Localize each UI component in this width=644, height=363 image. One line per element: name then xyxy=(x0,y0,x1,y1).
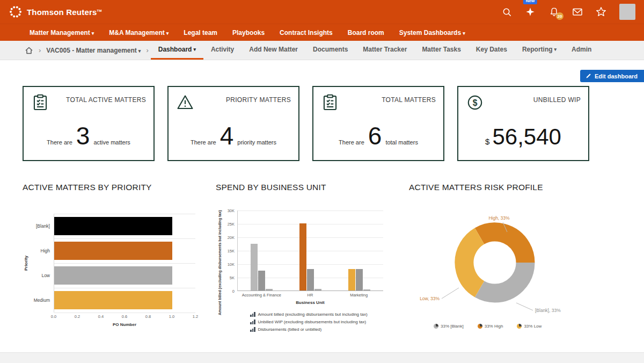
tab-matter-tasks[interactable]: Matter Tasks xyxy=(414,41,468,60)
sparkle-icon xyxy=(525,7,535,17)
gridline xyxy=(54,313,195,313)
spend-chart: Amount billed (excluding disbursements b… xyxy=(216,210,398,332)
tab-admin[interactable]: Admin xyxy=(564,41,599,60)
risk-donut-svg: High, 33%[Blank], 33%Low, 33% xyxy=(409,200,591,315)
avatar[interactable] xyxy=(619,4,635,20)
stat-prefix: There are xyxy=(47,139,72,146)
home-button[interactable] xyxy=(25,46,33,55)
gridline xyxy=(238,264,383,265)
gridline xyxy=(238,237,383,238)
gridline xyxy=(238,224,383,224)
project-selector[interactable]: VAC005 - Matter management▾ xyxy=(46,47,141,54)
search-button[interactable] xyxy=(501,6,512,17)
envelope-icon xyxy=(572,6,583,17)
card-header: $ UNBILLED WIP xyxy=(466,93,581,112)
nav-item-legal-team[interactable]: Legal team xyxy=(184,29,217,37)
stat-prefix: There are xyxy=(339,139,364,146)
bar-chart-icon xyxy=(250,320,255,324)
ai-assistant-button[interactable]: New xyxy=(525,6,536,17)
category-label-high: High xyxy=(29,238,54,263)
clipboard-check-icon xyxy=(31,93,49,112)
module-tabs: Dashboard▾ActivityAdd New MatterDocument… xyxy=(151,41,599,60)
priority-chart: Priority [Blank]HighLowMedium 0.00.20.40… xyxy=(23,214,200,327)
svg-text:$: $ xyxy=(473,98,478,107)
stat-value: 3 xyxy=(76,125,90,147)
nav-item-matter-management[interactable]: Matter Management▾ xyxy=(30,29,94,37)
priority-chart-plot xyxy=(54,214,195,313)
y-tick: 5K xyxy=(230,275,235,280)
legend-item-disbursements-billed-or-unbill[interactable]: Disbursements (billed or unbilled) xyxy=(250,327,383,332)
bar-accounting-finance-s1[interactable] xyxy=(258,271,265,291)
legend-label: 33% High xyxy=(485,324,503,329)
trademark: TM xyxy=(97,9,102,12)
tab-reporting[interactable]: Reporting▾ xyxy=(515,41,564,60)
nav-item-contract-insights[interactable]: Contract Insights xyxy=(280,29,333,37)
notifications-button[interactable]: 20 xyxy=(548,6,559,17)
bar-accounting-finance-s2[interactable] xyxy=(266,289,273,291)
bar-hr-s2[interactable] xyxy=(314,289,321,291)
tab-key-dates[interactable]: Key Dates xyxy=(469,41,515,60)
stat-value: 4 xyxy=(220,125,234,147)
clipboard-check-icon xyxy=(321,93,339,112)
tab-activity[interactable]: Activity xyxy=(203,41,241,60)
nav-item-m-a-management[interactable]: M&A Management▾ xyxy=(109,29,169,37)
spend-chart-xcats: Accounting & FinanceHRMarketing xyxy=(237,293,383,299)
favorites-button[interactable] xyxy=(596,6,606,17)
legend-item-33-low[interactable]: 33% Low xyxy=(517,324,541,329)
pencil-icon xyxy=(586,73,591,79)
y-tick: 30K xyxy=(228,208,235,213)
category-label-low: Low xyxy=(29,263,54,288)
tab-dashboard[interactable]: Dashboard▾ xyxy=(151,41,203,60)
nav-item-system-dashboards[interactable]: System Dashboards▾ xyxy=(399,29,465,37)
thomson-reuters-logo-icon xyxy=(9,5,23,19)
bar-marketing-s2[interactable] xyxy=(363,289,370,291)
bar-high[interactable] xyxy=(54,242,172,260)
tab-add-new-matter[interactable]: Add New Matter xyxy=(241,41,305,60)
bar-marketing-s0[interactable] xyxy=(348,269,355,291)
category-label-blank: [Blank] xyxy=(29,214,54,238)
app-window: Thomson ReutersTM New 20 xyxy=(0,0,644,363)
caret-down-icon: ▾ xyxy=(166,31,169,36)
bar-blank[interactable] xyxy=(54,217,172,235)
card-title: UNBILLED WIP xyxy=(533,96,581,104)
legend-item-33-blank[interactable]: 33% [Blank] xyxy=(434,324,464,329)
edit-dashboard-button[interactable]: Edit dashboard xyxy=(580,70,644,82)
bar-accounting-finance-s0[interactable] xyxy=(251,244,258,291)
tab-documents[interactable]: Documents xyxy=(305,41,355,60)
tab-matter-tracker[interactable]: Matter Tracker xyxy=(355,41,414,60)
legend-label: 33% [Blank] xyxy=(441,324,464,329)
chart-active-matters-risk-profile: ACTIVE MATTERS RISK PROFILE High, 33%[Bl… xyxy=(409,183,608,329)
nav-item-board-room[interactable]: Board room xyxy=(348,29,384,37)
bar-low[interactable] xyxy=(54,266,172,285)
category-label-marketing: Marketing xyxy=(350,293,368,297)
bar-medium[interactable] xyxy=(54,291,172,309)
x-tick: 0.8 xyxy=(145,314,151,319)
y-tick: 15K xyxy=(228,249,235,253)
y-tick: 20K xyxy=(228,235,235,240)
stat-suffix: priority matters xyxy=(237,139,276,146)
stat-suffix: total matters xyxy=(385,139,418,146)
category-label-accounting-finance: Accounting & Finance xyxy=(242,293,281,297)
bar-marketing-s1[interactable] xyxy=(356,269,363,291)
legend-item-unbilled-wip-excluding-disburs[interactable]: Unbilled WIP (excluding disbursements bu… xyxy=(250,320,383,324)
x-tick: 1.0 xyxy=(169,314,174,319)
legend-item-33-high[interactable]: 33% High xyxy=(478,324,503,329)
nav-item-playbooks[interactable]: Playbooks xyxy=(232,29,265,37)
legend-label: Amount billed (excluding disbursements b… xyxy=(258,312,368,317)
brand-logo[interactable]: Thomson ReutersTM xyxy=(9,5,102,19)
messages-button[interactable] xyxy=(572,6,583,17)
dollar-circle-icon: $ xyxy=(466,93,484,112)
topbar: Thomson ReutersTM New 20 xyxy=(0,0,644,24)
warning-triangle-icon xyxy=(176,93,194,112)
priority-chart-categories: [Blank]HighLowMedium xyxy=(29,214,54,327)
spend-chart-legend: Amount billed (excluding disbursements b… xyxy=(250,312,383,332)
bar-hr-s1[interactable] xyxy=(307,269,314,291)
bar-hr-s0[interactable] xyxy=(299,223,306,291)
legend-item-amount-billed-excluding-disbur[interactable]: Amount billed (excluding disbursements b… xyxy=(250,312,383,317)
caret-down-icon: ▾ xyxy=(193,47,196,52)
gridline xyxy=(238,251,383,251)
leader-line xyxy=(516,303,533,310)
stat-suffix: active matters xyxy=(93,139,130,146)
pie-icon xyxy=(434,324,438,329)
card-header: TOTAL MATTERS xyxy=(321,93,436,112)
